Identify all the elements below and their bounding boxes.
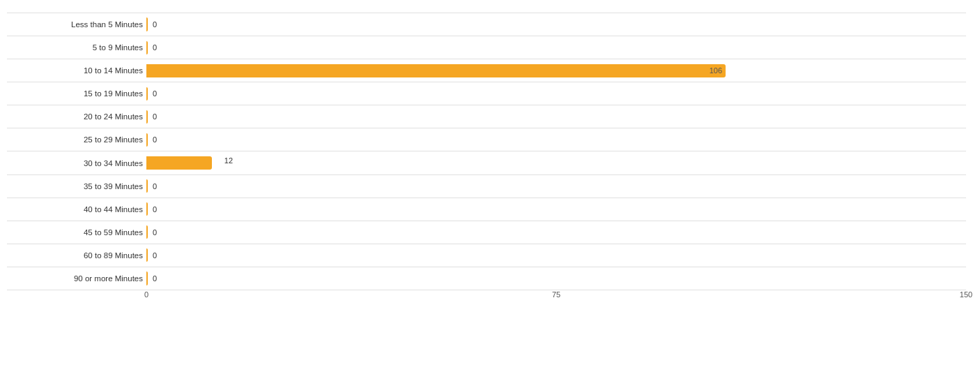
bar-fill: 12 — [146, 156, 212, 170]
bar-track: 0 — [146, 248, 966, 262]
bar-zero-value: 0 — [153, 251, 157, 260]
x-axis: 075150 — [146, 290, 966, 311]
bar-track: 0 — [146, 133, 966, 147]
bar-row: 5 to 9 Minutes0 — [7, 36, 966, 59]
bar-row: 60 to 89 Minutes0 — [7, 244, 966, 267]
bar-row: 20 to 24 Minutes0 — [7, 105, 966, 128]
bar-track: 12 — [146, 156, 966, 170]
bar-row: 25 to 29 Minutes0 — [7, 128, 966, 151]
bar-label: 45 to 59 Minutes — [7, 228, 146, 237]
bar-zero-value: 0 — [153, 43, 157, 52]
bar-label: Less than 5 Minutes — [7, 20, 146, 29]
bar-label: 40 to 44 Minutes — [7, 205, 146, 214]
bar-zero-value: 0 — [153, 20, 157, 29]
bars-section: Less than 5 Minutes05 to 9 Minutes010 to… — [7, 13, 966, 290]
bar-row: 40 to 44 Minutes0 — [7, 198, 966, 221]
bar-track: 0 — [146, 87, 966, 100]
bar-label: 90 or more Minutes — [7, 274, 146, 283]
bar-zero-value: 0 — [153, 205, 157, 214]
bar-row: 45 to 59 Minutes0 — [7, 221, 966, 244]
bar-row: Less than 5 Minutes0 — [7, 13, 966, 36]
bar-track: 0 — [146, 110, 966, 124]
bar-zero-value: 0 — [153, 274, 157, 283]
bar-label: 30 to 34 Minutes — [7, 159, 146, 167]
bar-row: 35 to 39 Minutes0 — [7, 175, 966, 198]
bar-track: 106 — [146, 64, 966, 77]
bar-fill — [146, 271, 148, 285]
bar-fill — [146, 248, 148, 262]
bar-zero-value: 0 — [153, 89, 157, 98]
bar-track: 0 — [146, 17, 966, 31]
bar-label: 20 to 24 Minutes — [7, 112, 146, 121]
bar-track: 0 — [146, 225, 966, 239]
chart-container: Less than 5 Minutes05 to 9 Minutes010 to… — [0, 0, 980, 365]
bar-label: 10 to 14 Minutes — [7, 66, 146, 75]
bar-label: 35 to 39 Minutes — [7, 182, 146, 191]
x-axis-tick: 0 — [144, 290, 148, 299]
bar-row: 90 or more Minutes0 — [7, 267, 966, 290]
bar-fill — [146, 110, 148, 124]
bar-fill: 106 — [146, 64, 726, 77]
bar-zero-value: 0 — [153, 182, 157, 191]
bar-zero-value: 0 — [153, 228, 157, 237]
bar-fill — [146, 202, 148, 216]
bar-fill — [146, 225, 148, 239]
bar-row: 10 to 14 Minutes106 — [7, 59, 966, 82]
bar-value: 106 — [710, 66, 722, 75]
bar-zero-value: 0 — [153, 112, 157, 121]
bar-fill — [146, 87, 148, 100]
bar-track: 0 — [146, 179, 966, 193]
bar-track: 0 — [146, 202, 966, 216]
bar-fill — [146, 41, 148, 54]
bar-row: 30 to 34 Minutes12 — [7, 151, 966, 174]
bar-track: 0 — [146, 41, 966, 54]
bar-zero-value: 0 — [153, 135, 157, 144]
chart-area: Less than 5 Minutes05 to 9 Minutes010 to… — [7, 13, 966, 311]
bar-value: 12 — [224, 156, 233, 165]
bar-fill — [146, 133, 148, 147]
bar-fill — [146, 179, 148, 193]
bar-row: 15 to 19 Minutes0 — [7, 82, 966, 105]
bar-label: 25 to 29 Minutes — [7, 135, 146, 144]
x-axis-tick: 150 — [960, 290, 972, 299]
bar-label: 60 to 89 Minutes — [7, 251, 146, 260]
bar-label: 15 to 19 Minutes — [7, 89, 146, 98]
x-axis-tick: 75 — [552, 290, 560, 299]
bar-track: 0 — [146, 271, 966, 285]
bar-fill — [146, 17, 148, 31]
bar-label: 5 to 9 Minutes — [7, 43, 146, 52]
